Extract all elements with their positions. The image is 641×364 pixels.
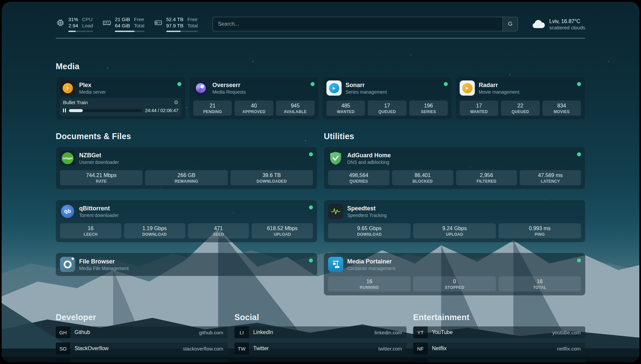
playback-progress-track[interactable] bbox=[69, 109, 142, 112]
stat-value: 16 bbox=[61, 225, 120, 232]
service-name: NZBGet bbox=[79, 152, 119, 159]
bookmark-group-entertainment: Entertainment YT YouTube youtube.com NF … bbox=[413, 313, 585, 362]
service-description: Container management bbox=[347, 266, 395, 271]
cpu-icon bbox=[56, 18, 65, 27]
stat-pending: 21 PENDING bbox=[193, 101, 232, 116]
service-header-nzbget[interactable]: nzbget NZBGet Usenet downloader bbox=[60, 151, 313, 166]
stat-wanted: 17 WANTED bbox=[460, 101, 498, 116]
bookmark-abbr: DT bbox=[56, 359, 70, 362]
disk-widget: 52.4 TB 97.9 TB Free Total bbox=[154, 16, 198, 32]
bookmark-stackoverflow[interactable]: SO StackOverflow stackoverflow.com bbox=[56, 343, 228, 354]
disk-free-value: 52.4 TB bbox=[166, 16, 183, 22]
status-dot bbox=[309, 152, 313, 156]
cpu-label: CPU bbox=[82, 16, 93, 22]
bookmark-youtube[interactable]: YT YouTube youtube.com bbox=[413, 326, 585, 338]
memory-widget: 21 GiB 64 GiB Free Total bbox=[102, 16, 144, 32]
bookmark-abbr: RE bbox=[413, 359, 428, 362]
stat-value: 471 bbox=[189, 225, 248, 232]
stat-download: 1.19 Gbps DOWNLOAD bbox=[124, 223, 185, 238]
stat-label: AVAILABLE bbox=[277, 109, 313, 114]
service-card-radarr[interactable]: ▶ Radarr Movie management 17 WANTED bbox=[455, 76, 585, 120]
weather-widget: Lviv, 16.87°C scattered clouds bbox=[532, 18, 585, 30]
pause-icon[interactable] bbox=[63, 108, 66, 112]
search-provider-button[interactable]: G bbox=[503, 17, 518, 31]
stat-label: APPROVED bbox=[236, 109, 272, 114]
stat-queued: 22 QUEUED bbox=[501, 101, 539, 116]
stat-label: REMAINING bbox=[146, 179, 226, 184]
stat-label: RATE bbox=[61, 179, 141, 184]
stat-label: QUERIES bbox=[329, 179, 388, 184]
service-card-sonarr[interactable]: ▶ Sonarr Series management 485 WANTED bbox=[322, 76, 452, 120]
stat-value: 266 GB bbox=[146, 172, 226, 179]
stat-label: SERIES bbox=[411, 109, 446, 114]
bookmark-reddit[interactable]: RE Reddit reddit.com bbox=[413, 359, 585, 362]
bookmark-github[interactable]: GH Github github.com bbox=[56, 326, 228, 338]
service-stats: 485 WANTED 17 QUEUED 196 SERIES bbox=[326, 101, 448, 116]
service-description: Media File Management bbox=[79, 266, 129, 271]
stat-queries: 498,564 QUERIES bbox=[328, 170, 389, 185]
stat-value: 40 bbox=[236, 103, 272, 109]
section-utilities: Utilities bbox=[324, 132, 585, 295]
service-card-qbittorrent[interactable]: qb qBittorrent Torrent downloader 16 LEE… bbox=[56, 200, 317, 242]
stat-label: FILTERED bbox=[457, 179, 516, 184]
service-card-portainer[interactable]: Media Portainer Container management 16 … bbox=[324, 253, 585, 295]
service-name: File Browser bbox=[79, 258, 129, 265]
stat-label: QUEUED bbox=[502, 109, 538, 114]
load-label: Load bbox=[82, 22, 93, 29]
stat-value: 9.65 Gbps bbox=[329, 225, 409, 232]
service-stats: 16 RUNNING 0 STOPPED 16 TOTAL bbox=[328, 276, 581, 291]
stat-downloaded: 39.6 TB DOWNLOADED bbox=[230, 170, 313, 185]
speedtest-icon bbox=[328, 204, 343, 219]
service-header-adguard[interactable]: AdGuard Home DNS and adblocking bbox=[328, 151, 581, 166]
service-card-filebrowser[interactable]: File Browser Media File Management bbox=[56, 253, 317, 276]
service-card-nzbget[interactable]: nzbget NZBGet Usenet downloader 744.21 M… bbox=[56, 147, 317, 189]
cpu-progress-bar bbox=[68, 31, 93, 32]
stat-label: RUNNING bbox=[329, 285, 409, 290]
stat-available: 945 AVAILABLE bbox=[276, 101, 315, 116]
stat-value: 498,564 bbox=[329, 172, 388, 179]
section-title-entertainment: Entertainment bbox=[413, 313, 585, 322]
service-header-filebrowser[interactable]: File Browser Media File Management bbox=[60, 257, 313, 272]
disk-total-value: 97.9 TB bbox=[166, 22, 183, 29]
stat-leech: 16 LEECH bbox=[60, 223, 121, 238]
service-stats: 16 LEECH 1.19 Gbps DOWNLOAD 471 SEED 6 bbox=[60, 223, 313, 238]
disk-total-label: Total bbox=[187, 22, 198, 29]
stat-download: 9.65 Gbps DOWNLOAD bbox=[328, 223, 411, 238]
service-name: Radarr bbox=[479, 81, 519, 89]
gear-icon[interactable]: ⚙ bbox=[174, 99, 178, 106]
playback-time: 24:44 / 02:06:47 bbox=[145, 108, 178, 113]
filebrowser-icon bbox=[60, 257, 75, 272]
service-header-overseerr[interactable]: Overseerr Media Requests bbox=[193, 80, 315, 96]
section-media: Media › Plex Media server bbox=[56, 62, 585, 120]
bookmark-dev[interactable]: DT DEV dev.to bbox=[56, 359, 228, 362]
service-header-plex[interactable]: › Plex Media server bbox=[60, 80, 181, 96]
memory-total-value: 64 GiB bbox=[115, 22, 130, 29]
service-header-qbittorrent[interactable]: qb qBittorrent Torrent downloader bbox=[60, 204, 313, 219]
search-input[interactable] bbox=[213, 17, 503, 31]
service-header-speedtest[interactable]: Speedtest Speedtest Tracking bbox=[328, 204, 581, 219]
stat-label: STOPPED bbox=[414, 285, 494, 290]
bookmark-netflix[interactable]: NF Netflix netflix.com bbox=[413, 343, 585, 354]
memory-total-label: Total bbox=[134, 22, 144, 29]
stat-rate: 744.21 Mbps RATE bbox=[60, 170, 142, 185]
service-header-sonarr[interactable]: ▶ Sonarr Series management bbox=[326, 80, 448, 96]
adguard-shield-icon bbox=[328, 151, 343, 166]
service-card-speedtest[interactable]: Speedtest Speedtest Tracking 9.65 Gbps D… bbox=[324, 200, 585, 242]
status-dot bbox=[577, 152, 581, 156]
playback-progress-fill bbox=[69, 109, 83, 112]
bookmark-twitter[interactable]: TW Twitter twitter.com bbox=[234, 343, 407, 354]
bookmark-linkedin[interactable]: LI LinkedIn linkedin.com bbox=[234, 326, 407, 338]
stat-value: 16 bbox=[500, 278, 580, 285]
service-card-overseerr[interactable]: Overseerr Media Requests 21 PENDING 40 A… bbox=[189, 76, 319, 120]
bookmark-url: youtube.com bbox=[552, 330, 581, 335]
bookmark-abbr: GH bbox=[56, 326, 70, 338]
bookmark-group-social: Social LI LinkedIn linkedin.com TW Twitt… bbox=[234, 313, 407, 362]
service-card-plex[interactable]: › Plex Media server Bullet Train ⚙ bbox=[56, 76, 186, 120]
stat-label: DOWNLOAD bbox=[329, 232, 409, 237]
bookmark-name: StackOverflow bbox=[75, 346, 108, 351]
weather-condition: scattered clouds bbox=[549, 25, 585, 30]
service-header-portainer[interactable]: Media Portainer Container management bbox=[328, 257, 581, 272]
stat-label: WANTED bbox=[328, 109, 364, 114]
service-header-radarr[interactable]: ▶ Radarr Movie management bbox=[460, 80, 581, 96]
service-card-adguard[interactable]: AdGuard Home DNS and adblocking 498,564 … bbox=[324, 147, 585, 189]
